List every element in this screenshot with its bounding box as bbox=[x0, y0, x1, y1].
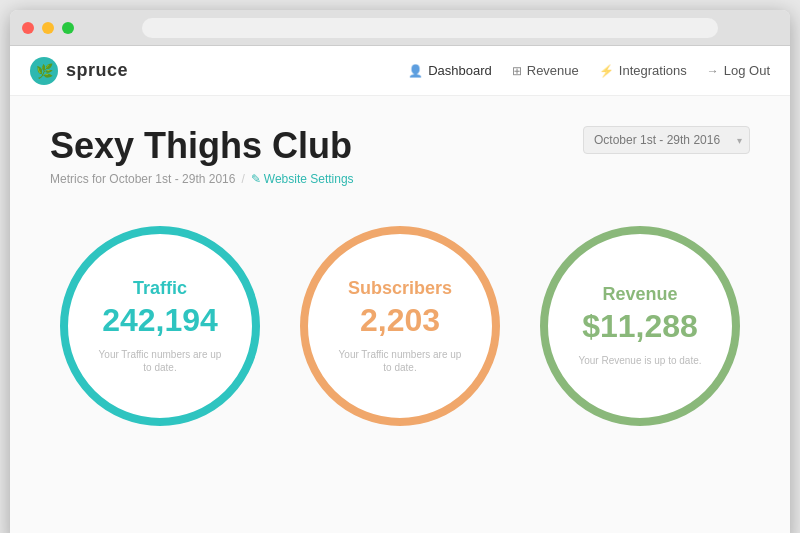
traffic-metric-circle: Traffic 242,194 Your Traffic numbers are… bbox=[60, 226, 260, 426]
nav-link-revenue[interactable]: ⊞ Revenue bbox=[512, 63, 579, 78]
logo-area: 🌿 spruce bbox=[30, 57, 128, 85]
subtitle-text: Metrics for October 1st - 29th 2016 bbox=[50, 172, 235, 186]
browser-window: 🌿 spruce 👤 Dashboard ⊞ Revenue ⚡ Integra… bbox=[10, 10, 790, 533]
page-title: Sexy Thighs Club bbox=[50, 126, 354, 166]
metrics-row: Traffic 242,194 Your Traffic numbers are… bbox=[50, 226, 750, 426]
website-settings-link[interactable]: ✎ Website Settings bbox=[251, 172, 354, 186]
date-range-select[interactable]: October 1st - 29th 2016 September 2016 A… bbox=[583, 126, 750, 154]
nav-link-logout[interactable]: → Log Out bbox=[707, 63, 770, 78]
page-subtitle: Metrics for October 1st - 29th 2016 / ✎ … bbox=[50, 172, 354, 186]
subscribers-metric-circle: Subscribers 2,203 Your Traffic numbers a… bbox=[300, 226, 500, 426]
date-range-dropdown-wrapper: October 1st - 29th 2016 September 2016 A… bbox=[583, 126, 750, 154]
subscribers-value: 2,203 bbox=[360, 303, 440, 338]
subscribers-label: Subscribers bbox=[348, 278, 452, 299]
header-right: October 1st - 29th 2016 September 2016 A… bbox=[583, 126, 750, 154]
nav-link-integrations[interactable]: ⚡ Integrations bbox=[599, 63, 687, 78]
logo-text: spruce bbox=[66, 60, 128, 81]
close-button-icon[interactable] bbox=[22, 22, 34, 34]
settings-edit-icon: ✎ bbox=[251, 172, 261, 186]
top-nav: 🌿 spruce 👤 Dashboard ⊞ Revenue ⚡ Integra… bbox=[10, 46, 790, 96]
page-header: Sexy Thighs Club Metrics for October 1st… bbox=[50, 126, 750, 186]
subscribers-note: Your Traffic numbers are up to date. bbox=[335, 348, 465, 374]
revenue-label: Revenue bbox=[602, 284, 677, 305]
nav-link-dashboard[interactable]: 👤 Dashboard bbox=[408, 63, 492, 78]
traffic-note: Your Traffic numbers are up to date. bbox=[95, 348, 225, 374]
url-bar[interactable] bbox=[142, 18, 718, 38]
main-content: Sexy Thighs Club Metrics for October 1st… bbox=[10, 96, 790, 533]
revenue-icon: ⊞ bbox=[512, 64, 522, 78]
browser-chrome bbox=[10, 10, 790, 46]
logout-icon: → bbox=[707, 64, 719, 78]
subtitle-divider: / bbox=[241, 172, 244, 186]
logo-icon: 🌿 bbox=[30, 57, 58, 85]
app-container: 🌿 spruce 👤 Dashboard ⊞ Revenue ⚡ Integra… bbox=[10, 46, 790, 533]
revenue-note: Your Revenue is up to date. bbox=[578, 354, 701, 367]
integrations-icon: ⚡ bbox=[599, 64, 614, 78]
nav-links: 👤 Dashboard ⊞ Revenue ⚡ Integrations → L… bbox=[408, 63, 770, 78]
maximize-button-icon[interactable] bbox=[62, 22, 74, 34]
revenue-metric-circle: Revenue $11,288 Your Revenue is up to da… bbox=[540, 226, 740, 426]
minimize-button-icon[interactable] bbox=[42, 22, 54, 34]
revenue-value: $11,288 bbox=[582, 309, 698, 344]
dashboard-icon: 👤 bbox=[408, 64, 423, 78]
traffic-value: 242,194 bbox=[102, 303, 218, 338]
page-title-area: Sexy Thighs Club Metrics for October 1st… bbox=[50, 126, 354, 186]
traffic-label: Traffic bbox=[133, 278, 187, 299]
